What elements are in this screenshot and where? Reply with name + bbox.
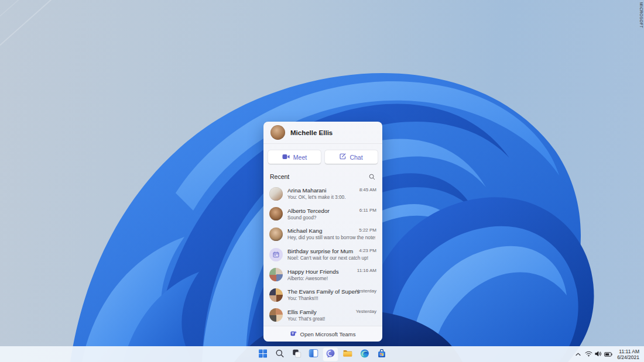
file-explorer-icon: [343, 349, 352, 359]
conversation-row[interactable]: Birthday surprise for Mum Noel: Can't wa…: [263, 244, 382, 265]
conversation-row[interactable]: The Evans Family of Supers You: Thanks!!…: [263, 285, 382, 305]
recent-label: Recent: [270, 173, 289, 180]
volume-icon: [595, 350, 602, 358]
conversation-row[interactable]: Ellis Family You: That's great! Yesterda…: [263, 305, 382, 326]
search-icon[interactable]: [368, 172, 376, 181]
edge-icon: [360, 349, 369, 360]
avatar: [269, 227, 283, 241]
conversation-row[interactable]: Happy Hour Friends Alberto: Awesome! 11:…: [263, 264, 382, 285]
taskbar-center-icons: [255, 347, 389, 361]
conversation-time: 4:23 PM: [359, 248, 376, 253]
conversation-time: Yesterday: [356, 309, 376, 314]
conversation-preview: Noel: Can't wait for our next catch up!: [287, 255, 375, 261]
tray-time: 11:11 AM: [617, 349, 639, 354]
system-tray: 11:11 AM 6/24/2021: [574, 347, 642, 361]
conversation-time: 6:11 PM: [359, 208, 376, 213]
calendar-icon: [269, 248, 283, 261]
desktop: MICROSOFT Michelle Ellis Meet Chat Recen…: [0, 0, 644, 362]
avatar: [269, 207, 283, 220]
recent-conversation-list: Arina Maharani You: OK, let's make it 3:…: [263, 184, 382, 326]
credit-watermark: MICROSOFT: [639, 2, 643, 28]
open-teams-button[interactable]: Open Microsoft Teams: [263, 326, 382, 342]
conversation-row[interactable]: Alberto Tercedor Sound good? 6:11 PM: [263, 204, 382, 225]
user-avatar: [270, 125, 285, 140]
conversation-preview: You: OK, let's make it 3:00.: [287, 194, 375, 200]
conversation-time: 8:45 AM: [359, 187, 376, 192]
group-avatar: [269, 268, 283, 281]
wifi-icon: [585, 350, 592, 358]
group-avatar: [269, 288, 283, 302]
task-view-button[interactable]: [289, 347, 304, 361]
conversation-preview: You: That's great!: [287, 316, 375, 322]
start-button[interactable]: [255, 347, 270, 361]
conversation-preview: Alberto: Awesome!: [287, 275, 375, 281]
conversation-preview: You: Thanks!!!: [287, 295, 375, 301]
widgets-icon: [309, 349, 318, 359]
chat-button-label: Chat: [350, 154, 362, 161]
search-icon: [275, 349, 284, 360]
teams-icon: [290, 329, 297, 339]
store-icon: [377, 349, 386, 360]
widgets-button[interactable]: [306, 347, 321, 361]
video-camera-icon: [282, 154, 290, 161]
conversation-preview: Sound good?: [287, 215, 375, 220]
flyout-actions: Meet Chat: [263, 144, 382, 168]
avatar: [269, 187, 283, 201]
user-name: Michelle Ellis: [290, 129, 333, 136]
taskbar: 11:11 AM 6/24/2021: [0, 346, 644, 362]
file-explorer-button[interactable]: [340, 347, 355, 361]
chat-icon: [326, 349, 335, 360]
teams-chat-flyout: Michelle Ellis Meet Chat Recent: [263, 122, 382, 342]
conversation-row[interactable]: Michael Kang Hey, did you still want to …: [263, 224, 382, 244]
conversation-time: 5:22 PM: [359, 227, 376, 233]
open-teams-label: Open Microsoft Teams: [300, 331, 356, 337]
conversation-time: 11:16 AM: [357, 268, 376, 273]
meet-button[interactable]: Meet: [268, 150, 321, 164]
search-button[interactable]: [272, 347, 287, 361]
meet-button-label: Meet: [293, 154, 307, 161]
battery-icon: [604, 350, 612, 358]
hidden-icons-chevron[interactable]: [574, 347, 583, 361]
flyout-header: Michelle Ellis: [263, 122, 382, 144]
compose-icon: [340, 153, 346, 161]
store-button[interactable]: [374, 347, 389, 361]
recent-row: Recent: [263, 168, 382, 184]
edge-button[interactable]: [357, 347, 372, 361]
chat-button[interactable]: Chat: [325, 150, 378, 164]
conversation-preview: Hey, did you still want to borrow the no…: [287, 235, 375, 240]
network-volume-battery-button[interactable]: [583, 347, 614, 361]
chat-button[interactable]: [323, 347, 338, 361]
group-avatar: [269, 308, 283, 322]
start-icon: [258, 349, 267, 360]
clock[interactable]: 11:11 AM 6/24/2021: [615, 347, 642, 361]
tray-date: 6/24/2021: [617, 354, 639, 360]
task-view-icon: [292, 349, 301, 360]
conversation-time: Yesterday: [356, 288, 376, 294]
conversation-row[interactable]: Arina Maharani You: OK, let's make it 3:…: [263, 184, 382, 204]
